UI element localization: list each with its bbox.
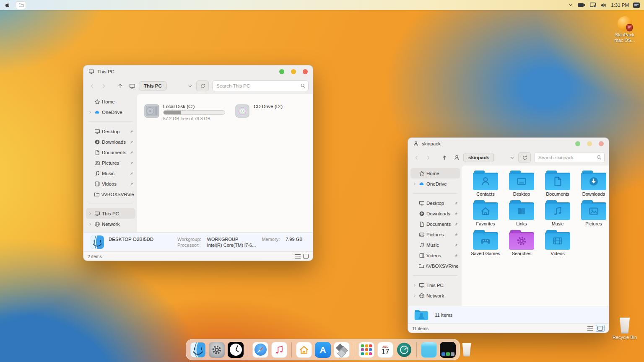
notification-icon[interactable] — [633, 3, 640, 8]
forward-button[interactable] — [424, 155, 432, 161]
battery-icon[interactable] — [577, 3, 585, 8]
dock-item-trash[interactable] — [459, 342, 475, 358]
expand-chevron-icon[interactable] — [412, 294, 417, 298]
home-icon — [480, 206, 491, 217]
sidebar-item-network[interactable]: Network — [86, 219, 135, 229]
folder-item-documents[interactable]: Documents — [540, 171, 576, 197]
folder-item-videos[interactable]: Videos — [540, 230, 576, 256]
titlebar[interactable]: skinpack — [408, 138, 609, 150]
icon-view-button[interactable] — [303, 254, 309, 259]
traffic-light-green[interactable] — [575, 141, 580, 146]
up-button[interactable] — [111, 83, 126, 89]
folder-item-saved-games[interactable]: Saved Games — [467, 230, 504, 256]
address-dropdown-button[interactable] — [509, 155, 515, 160]
sidebar-item-pictures[interactable]: Pictures — [86, 158, 135, 168]
disk-usage-bar — [163, 110, 225, 115]
sidebar-item-label: Network — [102, 222, 134, 227]
expand-chevron-icon[interactable] — [88, 212, 93, 216]
dock-item-clock[interactable] — [228, 342, 244, 358]
sidebar: HomeOneDriveDesktopDownloadsDocumentsPic… — [83, 94, 137, 232]
apple-menu-icon[interactable] — [4, 2, 10, 8]
folder-item-music[interactable]: Music — [540, 200, 576, 226]
sidebar-item-pictures[interactable]: Pictures — [410, 229, 460, 240]
dock-item-app-store[interactable]: A — [315, 342, 331, 358]
search-box[interactable] — [212, 80, 309, 91]
traffic-light-green[interactable] — [279, 69, 284, 74]
sidebar-item-videos[interactable]: Videos — [86, 178, 135, 189]
folder-icon — [545, 171, 570, 190]
sidebar-item-onedrive[interactable]: OneDrive — [86, 107, 135, 117]
up-button[interactable] — [436, 154, 450, 160]
dock-item-time-machine[interactable] — [396, 342, 412, 358]
refresh-button[interactable] — [196, 80, 209, 91]
icon-view-button[interactable] — [596, 325, 605, 332]
dock-item-launchpad[interactable] — [358, 342, 374, 358]
traffic-light-yellow[interactable] — [587, 141, 592, 146]
desktop-icon-recycle-bin[interactable]: Recycle Bin — [608, 318, 641, 340]
sidebar-item-videos[interactable]: Videos — [410, 250, 460, 261]
sidebar-item-vboxsvr-new[interactable]: \\VBOXSVR\new — [410, 261, 460, 271]
traffic-light-red[interactable] — [303, 69, 308, 74]
titlebar[interactable]: This PC — [83, 65, 313, 78]
expand-chevron-icon[interactable] — [88, 222, 93, 226]
sidebar-item-network[interactable]: Network — [410, 290, 460, 301]
active-app-folder-button[interactable] — [16, 1, 26, 9]
search-input[interactable] — [534, 152, 605, 163]
clock-time[interactable]: 1:31 PM — [611, 3, 629, 8]
dock-item-finder[interactable] — [190, 342, 206, 358]
folder-item-searches[interactable]: Searches — [504, 230, 540, 256]
refresh-button[interactable] — [518, 152, 531, 163]
folder-item-favorites[interactable]: Favorites — [467, 200, 504, 226]
volume-icon[interactable] — [600, 2, 607, 8]
dock-item-music[interactable] — [271, 342, 287, 358]
forward-button[interactable] — [99, 83, 108, 89]
display-icon[interactable] — [589, 2, 596, 8]
traffic-light-yellow[interactable] — [291, 69, 296, 74]
list-view-button[interactable] — [295, 254, 301, 259]
sidebar-item-home[interactable]: Home — [86, 96, 135, 107]
sidebar-item-this-pc[interactable]: This PC — [410, 280, 460, 290]
dock-item-system-settings[interactable] — [209, 342, 225, 358]
traffic-light-red[interactable] — [599, 141, 604, 146]
dock-item-calendar[interactable]: JUL 17 — [377, 342, 393, 358]
drive-item-cd-drive-d[interactable]: CD Drive (D:) — [234, 104, 283, 121]
search-box[interactable] — [534, 152, 605, 163]
dock-item-safari[interactable] — [252, 342, 268, 358]
dock-item-dock-theme[interactable] — [440, 342, 456, 358]
breadcrumb[interactable]: This PC — [139, 81, 167, 90]
dock-item-window-preview[interactable] — [421, 342, 437, 358]
search-input[interactable] — [212, 80, 309, 91]
folder-item-desktop[interactable]: Desktop — [504, 171, 540, 197]
desktop-icon-skinpack-installer[interactable]: SkinPackmac OS... — [608, 16, 641, 43]
folder-item-contacts[interactable]: Contacts — [467, 171, 504, 197]
list-view-button[interactable] — [587, 326, 593, 331]
drive-item-local-disk-c[interactable]: Local Disk (C:)57.2 GB free of 79.3 GB — [144, 104, 225, 121]
dock-item-skinpack-app[interactable] — [334, 342, 350, 358]
sidebar-item-label: Documents — [102, 150, 128, 155]
address-dropdown-button[interactable] — [187, 83, 193, 89]
sidebar-item-downloads[interactable]: Downloads — [86, 137, 135, 147]
expand-chevron-icon[interactable] — [412, 182, 417, 186]
sidebar-item-documents[interactable]: Documents — [86, 147, 135, 158]
note-icon — [419, 242, 425, 248]
sidebar-item-desktop[interactable]: Desktop — [86, 126, 135, 137]
back-button[interactable] — [88, 83, 96, 89]
sidebar-item-music[interactable]: Music — [86, 168, 135, 178]
expand-chevron-icon[interactable] — [412, 283, 417, 287]
sidebar-item-this-pc[interactable]: This PC — [86, 208, 135, 219]
folder-item-downloads[interactable]: Downloads — [576, 171, 609, 197]
chevron-down-icon[interactable] — [568, 3, 573, 8]
sidebar-item-documents[interactable]: Documents — [410, 219, 460, 229]
sidebar-item-desktop[interactable]: Desktop — [410, 198, 460, 208]
expand-chevron-icon[interactable] — [88, 110, 93, 114]
sidebar-item-onedrive[interactable]: OneDrive — [410, 178, 460, 189]
folder-item-pictures[interactable]: Pictures — [576, 200, 609, 226]
dock-item-home[interactable] — [296, 342, 312, 358]
sidebar-item-music[interactable]: Music — [410, 240, 460, 250]
folder-item-links[interactable]: Links — [504, 200, 540, 226]
sidebar-item-downloads[interactable]: Downloads — [410, 208, 460, 219]
back-button[interactable] — [412, 155, 421, 161]
sidebar-item-vboxsvr-new[interactable]: \\VBOXSVR\new — [86, 189, 135, 199]
breadcrumb[interactable]: skinpack — [463, 153, 494, 162]
sidebar-item-home[interactable]: Home — [410, 168, 460, 178]
